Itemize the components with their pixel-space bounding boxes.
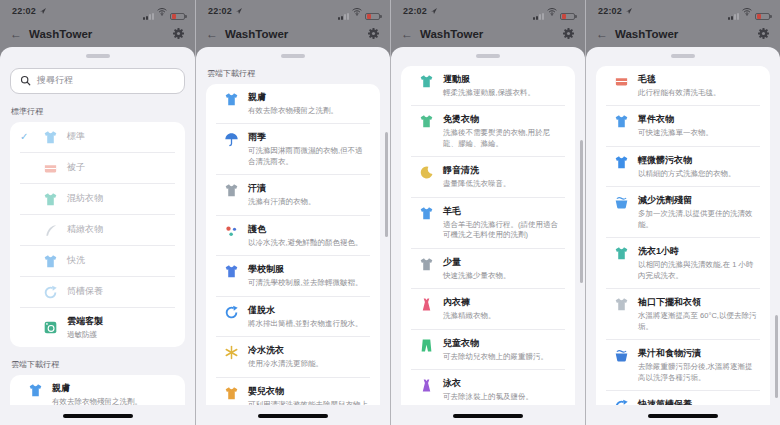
section-label: 雲端下載行程 xyxy=(11,359,184,370)
home-indicator[interactable] xyxy=(648,414,718,418)
list-item[interactable]: 減少洗劑殘留多加一次洗清,以提供更佳的洗清效能。 xyxy=(606,186,760,237)
list-item[interactable]: 汗漬洗滌有汗漬的衣物。 xyxy=(216,174,370,215)
shirt-icon xyxy=(614,246,629,261)
list-item[interactable]: 洗衣1小時以相同的洗滌與洗清效能,在 1 小時內完成洗衣。 xyxy=(606,237,760,288)
back-arrow-icon[interactable]: ← xyxy=(596,28,608,40)
list-item[interactable]: 雨季可洗滌因淋雨而微濕的衣物,但不適合清洗雨衣。 xyxy=(216,123,370,174)
scrollbar[interactable] xyxy=(385,132,388,237)
item-title: 雨季 xyxy=(248,131,370,144)
home-indicator[interactable] xyxy=(63,414,133,418)
item-subtitle: 洗滌後不需要熨燙的衣物,用於尼龍、膠綸、滌綸。 xyxy=(443,128,565,149)
check-icon: ✓ xyxy=(20,130,34,143)
item-title: 汗漬 xyxy=(248,182,316,195)
list-item[interactable]: 親膚有效去除衣物殘留之洗劑。 xyxy=(216,84,370,124)
list-item[interactable]: 快洗 xyxy=(20,245,175,276)
program-card: 毛毯此行程能有效清洗毛毯。單件衣物可快速洗滌單一衣物。輕微髒污衣物以精細的方式洗… xyxy=(596,66,770,425)
item-text: 減少洗劑殘留多加一次洗清,以提供更佳的洗清效能。 xyxy=(638,194,760,230)
item-text: 單件衣物可快速洗滌單一衣物。 xyxy=(638,113,713,139)
back-arrow-icon[interactable]: ← xyxy=(206,28,218,40)
home-indicator[interactable] xyxy=(258,414,328,418)
list-item[interactable]: 果汁和食物污漬去除嚴重髒污部分後,水溫將逐漸提高以洗淨各種污垢。 xyxy=(606,339,760,390)
item-text: 冷水洗衣使用冷水清洗更節能。 xyxy=(248,344,323,370)
item-title: 混紡衣物 xyxy=(67,192,103,205)
item-text: 快洗 xyxy=(67,254,85,267)
shirt-icon xyxy=(419,257,434,272)
list-item[interactable]: 泳衣可去除泳裝上的氯及鹽份。 xyxy=(411,369,565,410)
back-arrow-icon[interactable]: ← xyxy=(401,28,413,40)
app-title: WashTower xyxy=(615,28,678,40)
list-item[interactable]: 兒童衣物可去除幼兒衣物上的嚴重髒污。 xyxy=(411,329,565,370)
app-header: ← WashTower xyxy=(586,20,780,47)
list-item[interactable]: 免燙衣物洗滌後不需要熨燙的衣物,用於尼龍、膠綸、滌綸。 xyxy=(411,105,565,156)
search-input[interactable]: 搜尋行程 xyxy=(10,68,185,94)
item-text: 親膚有效去除衣物殘留之洗劑。 xyxy=(248,91,338,117)
back-arrow-icon[interactable]: ← xyxy=(10,28,22,40)
loop-icon xyxy=(224,305,239,320)
list-item[interactable]: ✓標準 xyxy=(20,122,175,152)
phone-screen-4: 22:02 ← WashTower 毛毯此行程能有效清洗毛毯。單件衣物可快速洗滌… xyxy=(585,0,780,425)
scrollbar[interactable] xyxy=(580,140,583,283)
pants-icon xyxy=(419,338,434,353)
edit-pencil-icon[interactable] xyxy=(173,318,175,336)
list-item[interactable]: 單件衣物可快速洗滌單一衣物。 xyxy=(606,105,760,146)
list-item[interactable]: 被子 xyxy=(20,152,175,183)
list-item[interactable]: 少量快速洗滌少量衣物。 xyxy=(411,248,565,289)
location-arrow-icon xyxy=(39,7,47,15)
item-title: 嬰兒衣物 xyxy=(248,385,370,398)
gear-icon[interactable] xyxy=(757,27,770,40)
item-subtitle: 輕柔洗滌運動服,保護衣料。 xyxy=(443,88,535,99)
item-title: 親膚 xyxy=(52,382,142,395)
list-item[interactable]: 內衣褲洗滌精緻衣物。 xyxy=(411,288,565,329)
drag-handle[interactable] xyxy=(86,54,110,58)
item-text: 汗漬洗滌有汗漬的衣物。 xyxy=(248,182,316,208)
list-item[interactable]: 精緻衣物 xyxy=(20,214,175,245)
item-text: 泳衣可去除泳裝上的氯及鹽份。 xyxy=(443,377,533,403)
item-title: 少量 xyxy=(443,256,511,269)
list-item[interactable]: 僅脫水將水排出筒槽,並對衣物進行脫水。 xyxy=(216,296,370,337)
moon-icon xyxy=(419,165,434,180)
gear-icon[interactable] xyxy=(367,27,380,40)
list-item[interactable]: 混紡衣物 xyxy=(20,183,175,214)
item-title: 冷水洗衣 xyxy=(248,344,323,357)
list-item[interactable]: 靜音清洗盡量降低洗衣噪音。 xyxy=(411,156,565,197)
item-text: 內衣褲洗滌精緻衣物。 xyxy=(443,296,496,322)
item-subtitle: 此行程能有效清洗毛毯。 xyxy=(638,88,721,99)
battery-icon xyxy=(755,13,770,21)
status-bar: 22:02 xyxy=(0,0,195,20)
dress-icon xyxy=(419,297,434,312)
item-text: 雲端客製過敏防護 xyxy=(67,315,103,341)
list-item[interactable]: 輕微髒污衣物以精細的方式洗滌您的衣物。 xyxy=(606,146,760,187)
bottom-sheet: 雲端下載行程 親膚有效去除衣物殘留之洗劑。雨季可洗滌因淋雨而微濕的衣物,但不適合… xyxy=(196,47,390,425)
item-text: 免燙衣物洗滌後不需要熨燙的衣物,用於尼龍、膠綸、滌綸。 xyxy=(443,113,565,149)
wifi-icon xyxy=(352,2,362,20)
footer-strip xyxy=(586,405,780,425)
shirt-icon xyxy=(419,74,434,89)
drag-handle[interactable] xyxy=(671,54,695,58)
item-title: 筒槽保養 xyxy=(67,285,103,298)
drag-handle[interactable] xyxy=(281,54,305,58)
item-text: 混紡衣物 xyxy=(67,192,103,205)
list-item[interactable]: 袖口下擺和衣領水溫將逐漸提高至 60°C,以便去除污垢。 xyxy=(606,288,760,339)
list-item[interactable]: 毛毯此行程能有效清洗毛毯。 xyxy=(606,66,760,106)
battery-icon xyxy=(365,13,380,21)
wifi-icon xyxy=(157,2,167,20)
list-item[interactable]: 冷水洗衣使用冷水清洗更節能。 xyxy=(216,336,370,377)
drag-handle[interactable] xyxy=(476,54,500,58)
list-item[interactable]: 學校制服可清洗學校制服,並去除輕微皺褶。 xyxy=(216,255,370,296)
list-item[interactable]: 筒槽保養 xyxy=(20,276,175,307)
item-title: 毛毯 xyxy=(638,73,721,86)
gear-icon[interactable] xyxy=(562,27,575,40)
list-item[interactable]: 運動服輕柔洗滌運動服,保護衣料。 xyxy=(411,66,565,106)
item-subtitle: 去除嚴重髒污部分後,水溫將逐漸提高以洗淨各種污垢。 xyxy=(638,362,760,383)
status-time: 22:02 xyxy=(12,6,36,16)
list-item[interactable]: 護色以冷水洗衣,避免鮮豔的顏色褪色。 xyxy=(216,215,370,256)
home-indicator[interactable] xyxy=(453,414,523,418)
list-item[interactable]: 雲端客製過敏防護 xyxy=(20,307,175,348)
gear-icon[interactable] xyxy=(172,27,185,40)
item-title: 羊毛 xyxy=(443,205,565,218)
list-item[interactable]: 羊毛適合羊毛的洗滌行程。(請使用適合可機洗之毛料使用的洗劑) xyxy=(411,197,565,248)
blanket-icon xyxy=(614,74,629,89)
cellular-signal-icon xyxy=(728,13,739,20)
app-title: WashTower xyxy=(420,28,483,40)
scrollbar[interactable] xyxy=(775,315,778,398)
